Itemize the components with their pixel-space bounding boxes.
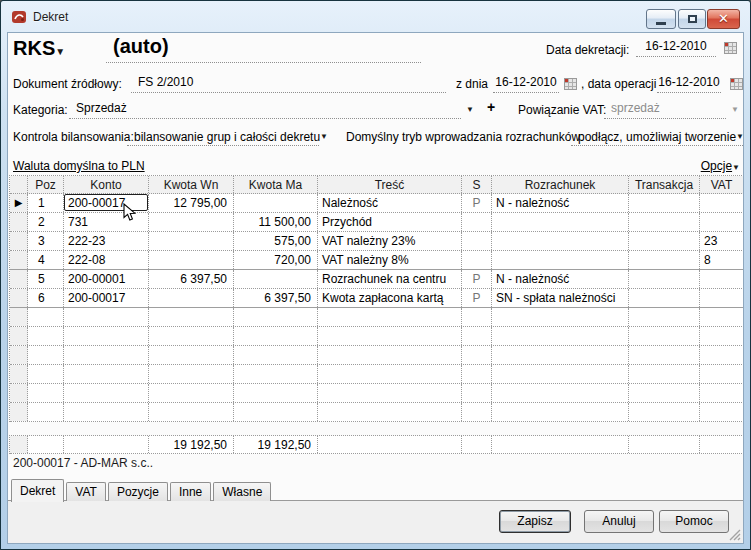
calendar-icon[interactable] <box>564 78 577 90</box>
cancel-button[interactable]: Anuluj <box>584 510 654 533</box>
cell-poz[interactable]: 2 <box>28 213 64 231</box>
kategoria-dropdown-icon[interactable]: ▼ <box>466 106 474 114</box>
options-menu[interactable]: Opcje▼ <box>701 159 740 173</box>
empty-row[interactable] <box>10 327 744 346</box>
col-kwota-wn[interactable]: Kwota Wn <box>149 176 234 193</box>
empty-row[interactable] <box>10 346 744 365</box>
cell-vat[interactable] <box>700 270 744 288</box>
kontrola-bilansowania-label: Kontrola bilansowania: <box>13 130 134 144</box>
z-dnia-field[interactable]: 16-12-2010 <box>493 75 559 93</box>
cell-vat[interactable] <box>700 213 744 231</box>
save-button[interactable]: Zapisz <box>499 510 571 533</box>
col-poz[interactable]: Poz <box>28 176 64 193</box>
col-konto[interactable]: Konto <box>64 176 149 193</box>
title-bar[interactable]: Dekret ✕ <box>1 1 750 32</box>
cell-poz[interactable]: 4 <box>28 251 64 269</box>
close-button[interactable]: ✕ <box>707 9 740 29</box>
cell-kwota-ma[interactable]: 720,00 <box>234 251 318 269</box>
empty-row[interactable] <box>10 384 744 403</box>
minimize-button[interactable] <box>646 9 676 29</box>
currency-link[interactable]: Waluta domyślna to PLN <box>13 159 145 173</box>
cell-rozrachunek[interactable]: N - należność <box>492 194 629 212</box>
cell-vat[interactable]: 23 <box>700 232 744 250</box>
cell-transakcja[interactable] <box>629 213 700 231</box>
cell-tresc[interactable]: VAT należny 8% <box>318 251 462 269</box>
empty-row[interactable] <box>10 403 744 422</box>
cell-s[interactable]: P <box>462 289 492 307</box>
col-vat[interactable]: VAT <box>700 176 744 193</box>
col-rozrachunek[interactable]: Rozrachunek <box>492 176 629 193</box>
cell-rozrachunek[interactable]: N - należność <box>492 270 629 288</box>
cell-kwota-wn[interactable] <box>149 213 234 231</box>
tab-vat[interactable]: VAT <box>66 482 106 501</box>
cell-vat[interactable] <box>700 194 744 212</box>
description-field[interactable]: (auto) <box>106 35 421 63</box>
cell-vat[interactable]: 8 <box>700 251 744 269</box>
cell-transakcja[interactable] <box>629 232 700 250</box>
cell-kwota-ma[interactable] <box>234 194 318 212</box>
cell-kwota-wn[interactable] <box>149 289 234 307</box>
cell-transakcja[interactable] <box>629 251 700 269</box>
cell-konto-selected[interactable]: 200-00017 <box>64 194 149 212</box>
col-s[interactable]: S <box>462 176 492 193</box>
tab-dekret[interactable]: Dekret <box>11 479 64 502</box>
cell-kwota-ma[interactable]: 6 397,50 <box>234 289 318 307</box>
cell-rozrachunek[interactable] <box>492 232 629 250</box>
tab-pozycje[interactable]: Pozycje <box>108 482 168 501</box>
cell-konto[interactable]: 222-23 <box>64 232 149 250</box>
cell-konto[interactable]: 731 <box>64 213 149 231</box>
cell-tresc[interactable]: Należność <box>318 194 462 212</box>
data-operacji-field[interactable]: 16-12-2010 <box>657 75 721 93</box>
cell-kwota-ma[interactable]: 11 500,00 <box>234 213 318 231</box>
tryb-rozrachunkow-select[interactable]: podłącz, umożliwiaj tworzenie ▼ <box>571 128 743 146</box>
cell-s[interactable] <box>462 213 492 231</box>
empty-row[interactable] <box>10 365 744 384</box>
cell-konto[interactable]: 200-00001 <box>64 270 149 288</box>
cell-s[interactable] <box>462 251 492 269</box>
cell-tresc[interactable]: Przychód <box>318 213 462 231</box>
cell-kwota-wn[interactable] <box>149 251 234 269</box>
calendar-icon[interactable] <box>724 42 737 54</box>
resize-grip[interactable] <box>728 528 741 541</box>
cell-s[interactable] <box>462 232 492 250</box>
cell-kwota-wn[interactable]: 6 397,50 <box>149 270 234 288</box>
cell-transakcja[interactable] <box>629 194 700 212</box>
cell-transakcja[interactable] <box>629 289 700 307</box>
cell-konto[interactable]: 200-00017 <box>64 289 149 307</box>
col-tresc[interactable]: Treść <box>318 176 462 193</box>
calendar-icon[interactable] <box>730 78 743 90</box>
add-category-button[interactable]: + <box>487 99 495 115</box>
cell-poz[interactable]: 6 <box>28 289 64 307</box>
cell-rozrachunek[interactable]: SN - spłata należności <box>492 289 629 307</box>
cell-kwota-wn[interactable] <box>149 232 234 250</box>
cell-poz[interactable]: 3 <box>28 232 64 250</box>
cell-kwota-wn[interactable]: 12 795,00 <box>149 194 234 212</box>
cell-tresc[interactable]: Rozrachunek na centru <box>318 270 462 288</box>
cell-poz[interactable]: 1 <box>28 194 64 212</box>
kategoria-field[interactable]: Sprzedaż <box>69 101 461 119</box>
dokument-zrodlowy-field[interactable]: FS 2/2010 <box>131 75 446 93</box>
col-kwota-ma[interactable]: Kwota Ma <box>234 176 318 193</box>
cell-konto[interactable]: 222-08 <box>64 251 149 269</box>
col-transakcja[interactable]: Transakcja <box>629 176 700 193</box>
cell-kwota-ma[interactable] <box>234 270 318 288</box>
cell-tresc[interactable]: VAT należny 23% <box>318 232 462 250</box>
cell-rozrachunek[interactable] <box>492 251 629 269</box>
cell-kwota-ma[interactable]: 575,00 <box>234 232 318 250</box>
cell-s[interactable]: P <box>462 270 492 288</box>
cell-tresc[interactable]: Kwota zapłacona kartą <box>318 289 462 307</box>
cell-poz[interactable]: 5 <box>28 270 64 288</box>
kontrola-bilansowania-select[interactable]: bilansowanie grup i całości dekretu ▼ <box>127 128 319 146</box>
maximize-button[interactable] <box>678 9 706 29</box>
cell-transakcja[interactable] <box>629 270 700 288</box>
tab-wlasne[interactable]: Własne <box>213 482 271 501</box>
cell-rozrachunek[interactable] <box>492 213 629 231</box>
help-button[interactable]: Pomoc <box>659 510 729 533</box>
close-icon: ✕ <box>718 11 729 26</box>
journal-dropdown[interactable]: RKS▼ <box>13 37 65 60</box>
tab-inne[interactable]: Inne <box>170 482 211 501</box>
data-dekretacji-field[interactable]: 16-12-2010 <box>636 39 716 57</box>
cell-s[interactable]: P <box>462 194 492 212</box>
empty-row[interactable] <box>10 308 744 327</box>
cell-vat[interactable] <box>700 289 744 307</box>
